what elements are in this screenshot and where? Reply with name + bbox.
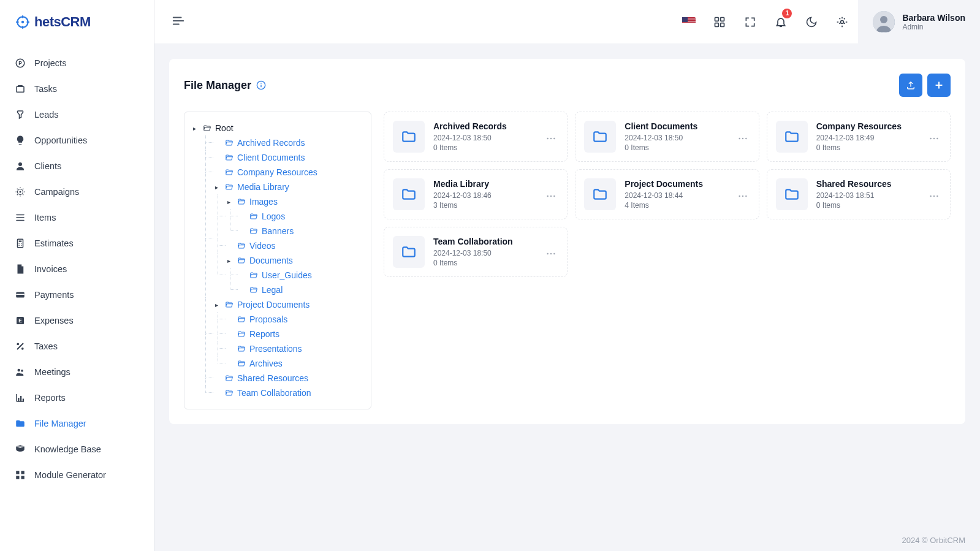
folder-card[interactable]: Media Library2024-12-03 18:463 Items [384, 169, 568, 219]
folder-item-count: 0 Items [816, 143, 918, 152]
apps-button[interactable] [705, 7, 734, 37]
tasks-icon [15, 83, 26, 94]
folder-more-button[interactable] [927, 187, 941, 202]
folder-card[interactable]: Project Documents2024-12-03 18:444 Items [575, 169, 759, 219]
theme-button[interactable] [797, 7, 826, 37]
tree-node[interactable]: Client Documents [205, 150, 362, 165]
folder-card[interactable]: Archived Records2024-12-03 18:500 Items [384, 112, 568, 162]
tree-node[interactable]: Archived Records [205, 135, 362, 150]
tree-node-label: Documents [249, 256, 293, 265]
sidebar-item-opportunities[interactable]: Opportunities [0, 127, 154, 153]
tree-node[interactable]: Proposals [218, 312, 362, 327]
sidebar-item-module[interactable]: Module Generator [0, 462, 154, 488]
info-icon[interactable] [256, 80, 266, 90]
tree-node[interactable]: ▸Project Documents [205, 297, 362, 312]
folder-more-button[interactable] [927, 129, 941, 144]
tree-node[interactable]: Team Collaboration [205, 386, 362, 400]
grid-icon [713, 16, 726, 28]
sidebar-item-meetings[interactable]: Meetings [0, 359, 154, 385]
tree-node[interactable]: ▸Images [218, 194, 362, 209]
tree-node[interactable]: ▸Media Library [205, 180, 362, 194]
upload-button[interactable] [899, 74, 922, 97]
plus-icon [934, 80, 944, 90]
tree-node[interactable]: Archives [218, 356, 362, 371]
sidebar-item-expenses[interactable]: Expenses [0, 308, 154, 333]
sidebar-item-knowledge[interactable]: Knowledge Base [0, 436, 154, 462]
sidebar-item-label: Estimates [34, 238, 74, 248]
sidebar-item-campaigns[interactable]: Campaigns [0, 179, 154, 205]
tree-node[interactable]: Logos [230, 209, 362, 224]
folder-thumb [584, 121, 616, 153]
folder-open-icon [225, 183, 234, 191]
sidebar-item-estimates[interactable]: Estimates [0, 230, 154, 256]
user-role: Admin [902, 23, 965, 31]
tree-node[interactable]: Banners [230, 224, 362, 238]
dots-icon [929, 137, 939, 140]
tree-node[interactable]: ▸Documents [218, 253, 362, 268]
user-menu[interactable]: Barbara Wilson Admin [858, 0, 980, 44]
tree-node-label: Project Documents [237, 300, 310, 310]
sidebar-item-taxes[interactable]: Taxes [0, 333, 154, 359]
tree-node-label: Legal [262, 285, 283, 295]
dots-icon [546, 253, 556, 255]
sidebar-item-invoices[interactable]: Invoices [0, 256, 154, 282]
sidebar-item-projects[interactable]: Projects [0, 50, 154, 76]
sidebar-item-label: Reports [34, 393, 66, 403]
folder-icon [401, 129, 417, 145]
sidebar-item-payments[interactable]: Payments [0, 282, 154, 308]
menu-toggle-button[interactable] [167, 9, 190, 34]
dots-icon [738, 137, 748, 140]
tree-node-label: Media Library [237, 182, 289, 192]
tree-node[interactable]: User_Guides [230, 268, 362, 283]
sidebar-item-leads[interactable]: Leads [0, 102, 154, 127]
folder-open-icon [225, 153, 234, 162]
folder-card[interactable]: Company Resources2024-12-03 18:490 Items [767, 112, 951, 162]
tree-node[interactable]: Shared Resources [205, 371, 362, 386]
sidebar-item-label: Meetings [34, 367, 70, 377]
sidebar-item-label: Campaigns [34, 187, 79, 197]
reports-icon [15, 392, 26, 403]
folder-more-button[interactable] [735, 187, 750, 202]
tree-node[interactable]: Reports [218, 327, 362, 341]
topbar: 1 Barbara Wilson Admin [154, 0, 980, 44]
sidebar-item-label: Items [34, 213, 56, 222]
folder-more-button[interactable] [544, 187, 558, 202]
tree-node-label: Archived Records [237, 138, 305, 148]
sidebar-item-file-manager[interactable]: File Manager [0, 411, 154, 436]
tree-node[interactable]: Legal [230, 283, 362, 297]
logo-text: hetsCRM [34, 14, 91, 30]
tree-node-label: Client Documents [237, 153, 305, 162]
tree-node-label: Presentations [249, 344, 302, 354]
sidebar-item-label: Tasks [34, 84, 57, 94]
estimates-icon [15, 238, 26, 249]
sidebar-item-items[interactable]: Items [0, 205, 154, 230]
fullscreen-button[interactable] [735, 7, 765, 37]
folder-card[interactable]: Team Collaboration2024-12-03 18:500 Item… [384, 227, 568, 277]
sidebar-item-clients[interactable]: Clients [0, 153, 154, 179]
folder-name: Client Documents [625, 121, 726, 131]
folder-more-button[interactable] [544, 129, 558, 144]
notifications-button[interactable]: 1 [766, 7, 796, 37]
folder-more-button[interactable] [544, 245, 558, 259]
tree-node[interactable]: Presentations [218, 341, 362, 356]
folder-more-button[interactable] [735, 129, 750, 144]
folder-item-count: 3 Items [433, 201, 535, 210]
tree-node-label: Images [249, 197, 278, 207]
tree-root[interactable]: ▸Root [193, 121, 362, 135]
folder-card[interactable]: Client Documents2024-12-03 18:500 Items [575, 112, 759, 162]
language-button[interactable] [674, 7, 704, 37]
new-folder-button[interactable] [927, 74, 951, 97]
content-card: File Manager ▸RootArchived Rec [169, 59, 965, 424]
sidebar-item-reports[interactable]: Reports [0, 385, 154, 411]
sidebar-item-label: Module Generator [34, 470, 106, 480]
sidebar-item-tasks[interactable]: Tasks [0, 76, 154, 102]
expand-icon [744, 16, 756, 28]
tree-node[interactable]: Company Resources [205, 165, 362, 180]
sidebar-item-label: Leads [34, 110, 59, 120]
logo[interactable]: hetsCRM [0, 0, 154, 44]
folder-name: Team Collaboration [433, 237, 535, 246]
tree-node[interactable]: Videos [218, 238, 362, 253]
folder-open-icon [237, 359, 246, 368]
settings-button[interactable] [827, 7, 857, 37]
folder-card[interactable]: Shared Resources2024-12-03 18:510 Items [767, 169, 951, 219]
